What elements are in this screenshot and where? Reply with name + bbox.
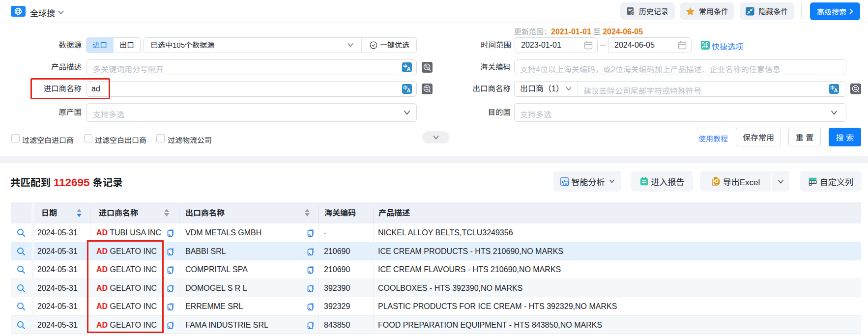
svg-text:BI: BI bbox=[564, 182, 567, 185]
